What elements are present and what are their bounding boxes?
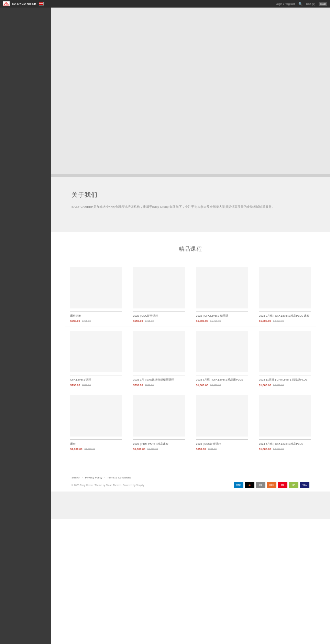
product-card[interactable]: CFA Level 1 课程 $799.00 $999.00 [65, 327, 128, 391]
product-pricing: $1,800.00 $2,355.00 [259, 384, 311, 387]
product-divider [196, 375, 248, 375]
product-name: 2024 5月班 | CFA Level 1 精品PLUS [259, 442, 311, 446]
product-pricing: $1,600.00 $1,795.00 [133, 448, 185, 451]
product-pricing: $799.00 $999.00 [70, 384, 122, 387]
product-name: 2023 | FRM PART I 精品课程 [133, 442, 185, 446]
product-image [259, 331, 311, 372]
footer-search-link[interactable]: Search [72, 476, 80, 479]
product-divider [70, 311, 122, 312]
footer-privacy-link[interactable]: Privacy Policy [85, 476, 102, 479]
footer-dot-1: · [82, 476, 83, 479]
product-card[interactable]: 2023 11月班 | CFA Level 1 精品课PLUS $1,800.0… [253, 327, 316, 391]
footer-nav: Search · Privacy Policy · Terms & Condit… [65, 476, 316, 479]
product-image [70, 331, 122, 372]
product-pricing: $1,600.00 $1,795.00 [196, 319, 248, 323]
product-original-price: $785.00 [82, 320, 91, 322]
product-price: $799.00 [70, 384, 80, 387]
product-card[interactable]: 2022 | CSC证券课程 $650.00 $785.00 [128, 263, 190, 327]
footer-copyright: © 2023 Easy Career. Theme by Clean Theme… [72, 484, 144, 486]
diners-payment-icon: DC [256, 482, 265, 488]
shopify-payment-icon: SP [289, 482, 298, 488]
main-content: 关于我们 EASY CAREER是加拿大专业的金融考试培训机构，隶属于Easy … [51, 8, 330, 519]
logo-text: EASYCAREER [12, 2, 37, 5]
search-icon[interactable]: 🔍 [298, 2, 302, 6]
product-image [196, 267, 248, 308]
footer-terms-link[interactable]: Terms & Conditions [107, 476, 131, 479]
login-register-link[interactable]: Login / Register [276, 2, 295, 5]
product-image [196, 395, 248, 437]
product-price: $1,600.00 [133, 448, 145, 451]
header-logo-area: EASYCAREER [3, 1, 44, 6]
discover-payment-icon: DISC [267, 482, 276, 488]
footer: Search · Privacy Policy · Terms & Condit… [51, 469, 330, 492]
product-pricing: $1,800.00 $2,355.00 [196, 384, 248, 387]
product-name: 2023 2月班 | CFA Level 1 精品PLUS 课程 [259, 314, 311, 318]
product-card[interactable]: 课程名称 $650.00 $785.00 [65, 263, 128, 327]
product-original-price: $2,355.00 [273, 384, 284, 386]
product-pricing: $650.00 $785.00 [133, 319, 185, 323]
product-divider [70, 439, 122, 440]
logo-icon [3, 1, 10, 6]
product-pricing: $1,800.00 $2,000.00 [259, 448, 311, 451]
product-price: $650.00 [133, 319, 143, 323]
product-name: CFA Level 1 课程 [70, 378, 122, 382]
product-grid: 课程名称 $650.00 $785.00 2022 | CSC证券课程 $650… [65, 263, 316, 455]
product-pricing: $1,600.00 $2,300.00 [259, 319, 311, 323]
product-price: $650.00 [196, 448, 206, 451]
products-section: 精品课程 课程名称 $650.00 $785.00 2022 | CSC证券课程… [51, 232, 330, 469]
sidebar [0, 8, 51, 644]
product-pricing: $1,600.00 $1,795.00 [70, 448, 122, 451]
section-divider [51, 174, 330, 177]
product-original-price: $1,795.00 [210, 320, 221, 322]
product-divider [133, 439, 185, 440]
hero-banner [51, 8, 330, 174]
payment-icons: AMEX 🍎 DC DISC MC SP VISA [234, 482, 309, 488]
product-name: 2023 | CSC证券课程 [196, 442, 248, 446]
bottom-space [51, 492, 330, 519]
product-card[interactable]: 2023 | FRM PART I 精品课程 $1,600.00 $1,795.… [128, 391, 190, 455]
header-nav-area: Login / Register 🔍 Cart (0) CAD [276, 2, 327, 6]
product-card[interactable]: 2022 | CFA Level 2 精品课 $1,600.00 $1,795.… [190, 263, 253, 327]
product-image [259, 267, 311, 308]
product-divider [259, 311, 311, 312]
product-card[interactable]: 2023 8月班 | CFA Level 1 精品课PLUS $1,800.00… [190, 327, 253, 391]
product-card[interactable]: 2024 5月班 | CFA Level 1 精品PLUS $1,800.00 … [253, 391, 316, 455]
cart-link[interactable]: Cart (0) [306, 2, 315, 5]
product-image [196, 331, 248, 372]
product-original-price: $785.00 [145, 320, 154, 322]
footer-dot-2: · [104, 476, 105, 479]
product-price: $1,800.00 [259, 384, 271, 387]
product-divider [70, 375, 122, 375]
apple-pay-icon: 🍎 [245, 482, 254, 488]
product-image [133, 395, 185, 437]
product-original-price: $2,300.00 [273, 320, 284, 322]
product-price: $799.00 [133, 384, 143, 387]
product-card[interactable]: 2023 | CSC证券课程 $650.00 $785.00 [190, 391, 253, 455]
mastercard-payment-icon: MC [278, 482, 287, 488]
footer-bottom: © 2023 Easy Career. Theme by Clean Theme… [65, 482, 316, 488]
product-price: $650.00 [70, 319, 80, 323]
product-original-price: $2,000.00 [273, 448, 284, 450]
product-price: $1,600.00 [259, 319, 271, 323]
product-price: $1,600.00 [196, 319, 208, 323]
product-original-price: $1,795.00 [147, 448, 158, 450]
about-section: 关于我们 EASY CAREER是加拿大专业的金融考试培训机构，隶属于Easy … [51, 177, 330, 232]
product-card[interactable]: 课程 $1,600.00 $1,795.00 [65, 391, 128, 455]
product-original-price: $999.00 [82, 384, 91, 386]
product-card[interactable]: 2023 1月 | SAS数据分析精品课程 $799.00 $999.00 [128, 327, 190, 391]
product-card[interactable]: 2023 2月班 | CFA Level 1 精品PLUS 课程 $1,600.… [253, 263, 316, 327]
site-header: EASYCAREER Login / Register 🔍 Cart (0) C… [0, 0, 330, 8]
product-original-price: $1,795.00 [85, 448, 95, 450]
product-divider [133, 375, 185, 375]
product-pricing: $650.00 $785.00 [70, 319, 122, 323]
product-image [133, 331, 185, 372]
product-image [259, 395, 311, 437]
about-title: 关于我们 [72, 191, 309, 199]
product-original-price: $785.00 [208, 448, 217, 450]
product-name: 课程 [70, 442, 122, 446]
canada-flag-icon [39, 2, 44, 5]
currency-selector[interactable]: CAD [319, 2, 327, 6]
product-name: 2023 8月班 | CFA Level 1 精品课PLUS [196, 378, 248, 382]
visa-payment-icon: VISA [300, 482, 309, 488]
product-divider [259, 439, 311, 440]
